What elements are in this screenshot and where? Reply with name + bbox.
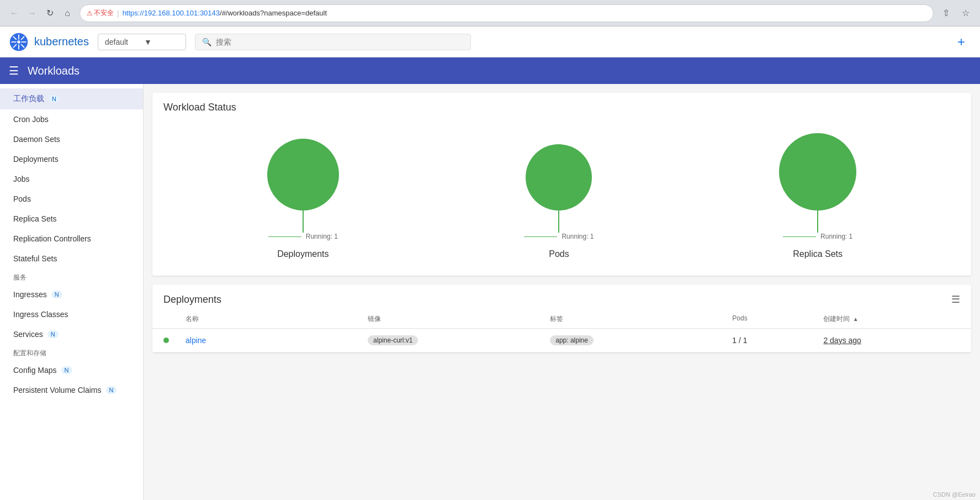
- col-created: 创建时间 ▲: [823, 314, 960, 324]
- sidebar-item-label: Persistent Volume Claims: [13, 386, 102, 394]
- col-name: 名称: [186, 314, 368, 324]
- dropdown-icon: ▼: [144, 38, 179, 46]
- sidebar-badge-config-maps: N: [61, 366, 72, 374]
- chart-label-pods: Pods: [549, 249, 569, 259]
- browser-actions: ⇧ ☆: [938, 6, 973, 21]
- namespace-select[interactable]: default ▼: [98, 34, 186, 50]
- browser-chrome: ← → ↻ ⌂ ⚠ 不安全 | https://192.168.100.101:…: [0, 0, 980, 27]
- created-time[interactable]: 2 days ago: [823, 336, 861, 345]
- warning-icon: ⚠: [87, 9, 93, 17]
- status-dot-running: [163, 338, 169, 343]
- deployments-circle: [267, 139, 339, 210]
- sidebar-item-daemon-sets[interactable]: Daemon Sets: [0, 129, 143, 149]
- sidebar-item-label: Ingresses: [13, 290, 47, 299]
- address-bar[interactable]: ⚠ 不安全 | https://192.168.100.101:30143/#/…: [80, 4, 934, 22]
- row-created: 2 days ago: [823, 336, 960, 345]
- kubernetes-logo: [9, 32, 29, 52]
- pods-base-line: [524, 236, 557, 237]
- address-path: /#/workloads?namespace=default: [220, 9, 327, 17]
- chart-label-replica-sets: Replica Sets: [793, 249, 843, 259]
- replica-sets-base: Running: 1: [783, 233, 852, 240]
- hamburger-icon[interactable]: ☰: [9, 64, 19, 77]
- security-label: 不安全: [94, 8, 114, 18]
- sidebar-item-deployments[interactable]: Deployments: [0, 149, 143, 169]
- search-bar[interactable]: 🔍: [195, 34, 471, 50]
- sidebar-item-ingresses[interactable]: Ingresses N: [0, 285, 143, 304]
- content-area: Workload Status Running: 1 Deployments: [144, 84, 980, 500]
- workload-status-card: Workload Status Running: 1 Deployments: [152, 93, 971, 276]
- sidebar-item-stateful-sets[interactable]: Stateful Sets: [0, 249, 143, 269]
- chart-item-deployments: Running: 1 Deployments: [267, 139, 339, 259]
- sidebar-item-replica-sets[interactable]: Replica Sets: [0, 209, 143, 229]
- sidebar-item-label: Replication Controllers: [13, 234, 91, 243]
- label-badge: app: alpine: [550, 335, 594, 345]
- page-title: Workloads: [28, 65, 80, 77]
- row-name[interactable]: alpine: [186, 336, 368, 345]
- logo-area: kubernetes: [9, 32, 89, 52]
- col-labels: 标签: [550, 314, 732, 324]
- add-button[interactable]: +: [951, 32, 971, 52]
- address-https: https://: [123, 9, 144, 17]
- chart-item-replica-sets: Running: 1 Replica Sets: [779, 133, 856, 259]
- sidebar-badge-workloads: N: [49, 95, 60, 103]
- search-input[interactable]: [216, 38, 464, 46]
- svg-point-1: [17, 40, 20, 43]
- namespace-value: default: [105, 38, 140, 46]
- sidebar-section-config: 配置和存储: [0, 344, 143, 360]
- reload-button[interactable]: ↻: [42, 6, 57, 21]
- row-image: alpine-curl:v1: [368, 335, 550, 345]
- replica-sets-stem: [817, 210, 818, 233]
- address-host: 192.168.100.101:30143: [144, 9, 220, 17]
- deployments-card: Deployments ☰ 名称 镜像 标签 Pods 创建时间 ▲ alpin…: [152, 285, 971, 352]
- image-badge: alpine-curl:v1: [368, 335, 418, 345]
- sidebar-item-persistent-volume-claims[interactable]: Persistent Volume Claims N: [0, 380, 143, 400]
- pods-circle-chart: Running: 1: [524, 144, 594, 240]
- col-pods: Pods: [732, 314, 823, 324]
- main-layout: 工作负载 N Cron Jobs Daemon Sets Deployments…: [0, 84, 980, 500]
- sidebar-item-config-maps[interactable]: Config Maps N: [0, 360, 143, 380]
- deployments-running-label: Running: 1: [306, 233, 338, 240]
- row-status: [163, 338, 186, 343]
- table-header: 名称 镜像 标签 Pods 创建时间 ▲: [152, 310, 971, 329]
- chart-item-pods: Running: 1 Pods: [524, 144, 594, 259]
- sidebar-item-jobs[interactable]: Jobs: [0, 169, 143, 189]
- search-icon: 🔍: [202, 38, 211, 46]
- chart-label-deployments: Deployments: [277, 249, 329, 259]
- browser-nav-buttons: ← → ↻ ⌂: [7, 6, 75, 21]
- row-pods: 1 / 1: [732, 336, 823, 345]
- deployments-header: Deployments ☰: [152, 285, 971, 310]
- filter-icon[interactable]: ☰: [951, 293, 960, 306]
- sidebar-item-label: Config Maps: [13, 366, 57, 375]
- sidebar-item-label: Daemon Sets: [13, 135, 60, 144]
- sort-arrow: ▲: [853, 316, 859, 322]
- share-button[interactable]: ⇧: [938, 6, 953, 21]
- deployments-base: Running: 1: [268, 233, 338, 240]
- sidebar-item-services[interactable]: Services N: [0, 324, 143, 344]
- sidebar-item-label: Cron Jobs: [13, 115, 49, 124]
- sidebar-item-label: Ingress Classes: [13, 310, 68, 319]
- home-button[interactable]: ⌂: [60, 6, 75, 21]
- address-separator: |: [117, 9, 119, 18]
- forward-button[interactable]: →: [24, 6, 40, 21]
- deployments-circle-chart: Running: 1: [267, 139, 339, 240]
- deployments-stem: [303, 210, 304, 233]
- status-charts: Running: 1 Deployments Running: 1: [152, 122, 971, 276]
- deployments-title: Deployments: [163, 294, 221, 306]
- sidebar-badge-ingresses: N: [51, 291, 62, 298]
- table-row: alpine alpine-curl:v1 app: alpine 1 / 1 …: [152, 329, 971, 352]
- sidebar-item-label: Services: [13, 330, 43, 339]
- workload-status-title: Workload Status: [152, 93, 971, 122]
- sidebar-item-pods[interactable]: Pods: [0, 189, 143, 209]
- pods-base: Running: 1: [524, 233, 594, 240]
- sidebar-item-label: Deployments: [13, 155, 59, 164]
- back-button[interactable]: ←: [7, 6, 22, 21]
- logo-text: kubernetes: [34, 35, 89, 48]
- sidebar-item-replication-controllers[interactable]: Replication Controllers: [0, 229, 143, 249]
- bookmark-button[interactable]: ☆: [958, 6, 973, 21]
- row-labels: app: alpine: [550, 335, 732, 345]
- sidebar-item-ingress-classes[interactable]: Ingress Classes: [0, 304, 143, 324]
- deployment-name-link[interactable]: alpine: [186, 336, 206, 345]
- sidebar-item-workloads[interactable]: 工作负载 N: [0, 88, 143, 109]
- replica-sets-circle-chart: Running: 1: [779, 133, 856, 240]
- sidebar-item-cron-jobs[interactable]: Cron Jobs: [0, 109, 143, 129]
